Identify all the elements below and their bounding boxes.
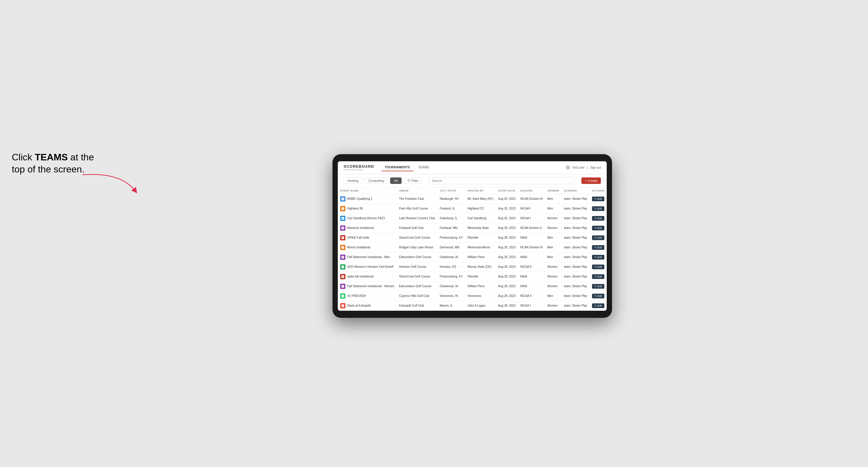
event-name-text: Carl Sandburg Women FA23 xyxy=(347,217,385,220)
col-date: START DATE xyxy=(496,187,518,194)
cell-venue: Edmundson Golf Course xyxy=(397,252,437,262)
cell-city: Marion, IL xyxy=(437,301,465,310)
edit-button[interactable]: ✎ Edit xyxy=(592,264,604,269)
edit-button[interactable]: ✎ Edit xyxy=(592,255,604,259)
cell-venue: Hesston Golf Course xyxy=(397,262,437,272)
cell-actions: ✎ Edit xyxy=(590,281,607,291)
cell-scoring: team, Stroke Play xyxy=(562,223,590,233)
cell-event-name: Fall Statesmen Invitational - Men xyxy=(338,252,397,262)
col-city: CITY, STATE xyxy=(437,187,465,194)
edit-button[interactable]: ✎ Edit xyxy=(592,245,604,250)
cell-actions: ✎ Edit xyxy=(590,291,607,301)
cell-date: Aug 28, 2023 xyxy=(496,223,518,233)
cell-hosted: William Penn xyxy=(465,281,496,291)
cell-city: Vincennes, IN xyxy=(437,291,465,301)
cell-city: Faribault, MN xyxy=(437,223,465,233)
filter-label: Filter xyxy=(411,179,418,182)
nav-links: TOURNAMENTS TEAMS xyxy=(381,164,566,171)
nav-right: Test User | Sign out xyxy=(566,165,601,169)
edit-button[interactable]: ✎ Edit xyxy=(592,284,604,289)
team-logo-icon xyxy=(341,197,345,201)
cell-city: Hesston, KS xyxy=(437,262,465,272)
cell-hosted: Murray State (OK) xyxy=(465,262,496,272)
search-input[interactable] xyxy=(429,177,575,184)
col-actions: ACTIONS xyxy=(590,187,607,194)
event-name-text: Maverick Invitational xyxy=(347,226,374,229)
cell-division: NAIA xyxy=(518,252,545,262)
table-row: Maverick Invitational Faribault Golf Clu… xyxy=(338,223,607,233)
cell-gender: Women xyxy=(545,213,561,223)
cell-date: Aug 25, 2023 xyxy=(496,204,518,213)
cell-date: Aug 28, 2023 xyxy=(496,272,518,281)
cell-gender: Women xyxy=(545,223,561,233)
team-logo-icon xyxy=(341,246,345,249)
edit-button[interactable]: ✎ Edit xyxy=(592,294,604,299)
table-row: MSMC Qualifying 1 The Powelton Club Newb… xyxy=(338,194,607,204)
cell-gender: Men xyxy=(545,243,561,252)
cell-date: Aug 28, 2023 xyxy=(496,233,518,243)
svg-point-1 xyxy=(567,167,568,168)
filter-button[interactable]: Filter xyxy=(404,178,422,184)
event-name-text: upike fall invitational xyxy=(347,275,374,278)
event-name-text: MSMC Qualifying 1 xyxy=(347,197,372,200)
cell-division: NCAA Division III xyxy=(518,243,545,252)
cell-division: NICAA II xyxy=(518,291,545,301)
nav-separator: | xyxy=(587,166,588,169)
cell-event-name: Highland 36 xyxy=(338,204,397,213)
col-division: DIVISION xyxy=(518,187,545,194)
cell-date: Aug 28, 2023 xyxy=(496,262,518,272)
cell-venue: Edmundson Golf Course xyxy=(397,281,437,291)
col-scoring: SCORING xyxy=(562,187,590,194)
cell-date: Aug 28, 2023 xyxy=(496,281,518,291)
logo: SCOREBOARD Powered by clippit xyxy=(344,164,374,171)
edit-button[interactable]: ✎ Edit xyxy=(592,226,604,230)
cell-scoring: team, Stroke Play xyxy=(562,204,590,213)
table-body: MSMC Qualifying 1 The Powelton Club Newb… xyxy=(338,194,607,310)
edit-button[interactable]: ✎ Edit xyxy=(592,236,604,240)
cell-actions: ✎ Edit xyxy=(590,204,607,213)
nav-tournaments[interactable]: TOURNAMENTS xyxy=(381,164,413,171)
table-row: UPIKE Fall Invite StoneCrest Golf Course… xyxy=(338,233,607,243)
edit-button[interactable]: ✎ Edit xyxy=(592,274,604,279)
edit-button[interactable]: ✎ Edit xyxy=(592,206,604,211)
cell-division: NICAA I xyxy=(518,213,545,223)
logo-main: SCOREBOARD xyxy=(344,164,374,168)
cell-hosted: Mt. Saint Mary (NY) xyxy=(465,194,496,204)
cell-venue: Park Hills Golf Course xyxy=(397,204,437,213)
cell-hosted: Highland CC xyxy=(465,204,496,213)
cell-hosted: William Penn xyxy=(465,252,496,262)
cell-event-name: 2023 Women's Hesston Fall Kickoff xyxy=(338,262,397,272)
cell-venue: The Powelton Club xyxy=(397,194,437,204)
edit-button[interactable]: ✎ Edit xyxy=(592,196,604,201)
col-gender: GENDER xyxy=(545,187,561,194)
table-row: Carl Sandburg Women FA23 Lake Bracken Co… xyxy=(338,213,607,223)
tab-competing[interactable]: Competing xyxy=(365,178,388,184)
tab-hosting[interactable]: Hosting xyxy=(344,178,362,184)
cell-city: Prestonsburg, KY xyxy=(437,233,465,243)
table-header: EVENT NAME VENUE CITY, STATE HOSTED BY S… xyxy=(338,187,607,194)
nav-teams[interactable]: TEAMS xyxy=(414,164,433,171)
col-event-name: EVENT NAME xyxy=(338,187,397,194)
edit-button[interactable]: ✎ Edit xyxy=(592,216,604,221)
cell-scoring: team, Stroke Play xyxy=(562,194,590,204)
cell-division: NICAA I xyxy=(518,204,545,213)
edit-button[interactable]: ✎ Edit xyxy=(592,303,604,308)
create-button[interactable]: + Create xyxy=(581,178,601,184)
team-logo-icon xyxy=(341,265,345,269)
cell-actions: ✎ Edit xyxy=(590,223,607,233)
cell-division: NCAA Division II xyxy=(518,223,545,233)
search-box xyxy=(429,177,575,184)
cell-actions: ✎ Edit xyxy=(590,213,607,223)
table-row: 2023 Women's Hesston Fall Kickoff Hessto… xyxy=(338,262,607,272)
cell-hosted: Minnesota State xyxy=(465,223,496,233)
cell-gender: Men xyxy=(545,194,561,204)
cell-date: Aug 28, 2023 xyxy=(496,252,518,262)
cell-scoring: team, Stroke Play xyxy=(562,281,590,291)
table-row: Morris Invitational Ruttger's Bay Lake R… xyxy=(338,243,607,252)
cell-event-name: Fall Statesmen Invitational - Women xyxy=(338,281,397,291)
tab-all[interactable]: All xyxy=(390,178,401,184)
cell-date: Aug 28, 2023 xyxy=(496,301,518,310)
sign-out-link[interactable]: Sign out xyxy=(590,166,601,169)
gear-icon[interactable] xyxy=(566,165,570,169)
arrow-annotation xyxy=(76,169,153,198)
